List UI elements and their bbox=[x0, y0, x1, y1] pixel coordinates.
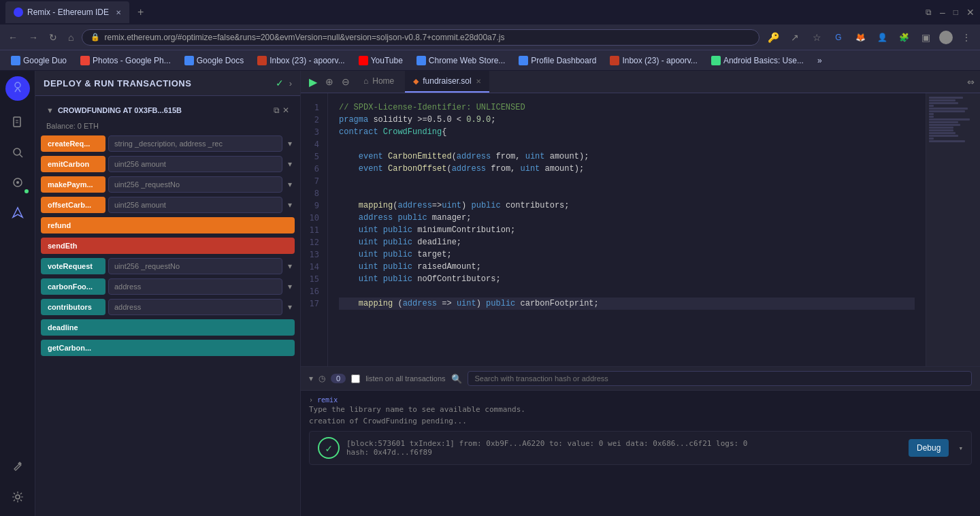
carbonFoo-button[interactable]: carbonFoo... bbox=[41, 278, 105, 295]
code-line-17: mapping (address => uint) public carbonF… bbox=[339, 297, 915, 310]
deploy-header: DEPLOY & RUN TRANSACTIONS ✓ › bbox=[35, 71, 300, 96]
deploy-check-icon: ✓ bbox=[276, 78, 284, 88]
bookmark-profile-dashboard[interactable]: Profile Dashboard bbox=[513, 54, 602, 67]
makePaym-expand-icon[interactable]: ▾ bbox=[285, 177, 295, 192]
console-content[interactable]: › remix Type the library name to see ava… bbox=[301, 391, 980, 516]
sidebar-item-compile[interactable] bbox=[4, 169, 31, 196]
bookmark-chrome-store[interactable]: Chrome Web Store... bbox=[411, 54, 511, 67]
home-button[interactable]: ⌂ bbox=[65, 29, 76, 46]
new-tab-button[interactable]: + bbox=[132, 6, 149, 18]
contract-collapse-icon[interactable]: ▼ bbox=[46, 106, 54, 114]
file-tab-close-icon[interactable]: ✕ bbox=[476, 78, 481, 85]
sidebar-item-tools[interactable] bbox=[4, 453, 31, 481]
carbonFoo-input[interactable] bbox=[108, 278, 282, 295]
sidebar-item-settings[interactable] bbox=[4, 483, 31, 511]
mm-line-9 bbox=[929, 118, 970, 120]
active-tab[interactable]: Remix - Ethereum IDE ✕ bbox=[5, 1, 129, 23]
voteRequest-input[interactable] bbox=[108, 258, 282, 274]
makePaym-input[interactable] bbox=[108, 176, 282, 193]
getCarbon-button[interactable]: getCarbon... bbox=[41, 340, 295, 356]
offsetCarb-button[interactable]: offsetCarb... bbox=[41, 197, 105, 213]
sidebar-item-search[interactable] bbox=[4, 139, 31, 166]
createReq-input[interactable] bbox=[108, 135, 282, 152]
deadline-button[interactable]: deadline bbox=[41, 319, 295, 336]
createReq-button[interactable]: createReq... bbox=[41, 135, 105, 152]
console-search-input[interactable] bbox=[468, 371, 972, 386]
mm-line-17 bbox=[929, 140, 965, 142]
sidebar-item-deploy[interactable] bbox=[4, 199, 31, 226]
refresh-button[interactable]: ↻ bbox=[46, 29, 60, 46]
tab-home[interactable]: ⌂ Home bbox=[355, 71, 402, 93]
bookmark-android[interactable]: Android Basics: Use... bbox=[706, 54, 809, 67]
voteRequest-button[interactable]: voteRequest bbox=[41, 258, 105, 274]
debug-button[interactable]: Debug bbox=[909, 439, 949, 457]
avatar-icon[interactable]: 👤 bbox=[874, 29, 890, 46]
fox-icon[interactable]: 🦊 bbox=[852, 29, 868, 46]
maximize-button[interactable]: □ bbox=[953, 7, 958, 17]
sidebar-item-plugins[interactable] bbox=[4, 326, 31, 353]
debug-expand-icon[interactable]: ▾ bbox=[958, 444, 963, 453]
console-count-badge: 0 bbox=[331, 374, 346, 383]
mm-line-14 bbox=[929, 132, 956, 134]
refund-button[interactable]: refund bbox=[41, 217, 295, 233]
code-editor[interactable]: // SPDX-License-Identifier: UNLICENSED p… bbox=[328, 93, 926, 366]
zoom-in-button[interactable]: ⊕ bbox=[323, 74, 336, 90]
google-icon[interactable]: G bbox=[830, 29, 847, 46]
bookmark-google-docs[interactable]: Google Docs bbox=[179, 54, 249, 67]
google-duo-icon bbox=[11, 56, 20, 65]
bookmark-inbox-1[interactable]: Inbox (23) - apoorv... bbox=[252, 54, 350, 67]
tab-close-icon[interactable]: ✕ bbox=[116, 9, 121, 16]
address-input-container[interactable]: 🔒 remix.ethereum.org/#optimize=false&run… bbox=[82, 29, 760, 46]
bookmark-icon[interactable]: ☆ bbox=[808, 29, 825, 46]
deploy-panel: DEPLOY & RUN TRANSACTIONS ✓ › ▼ CROWDFUN… bbox=[35, 71, 301, 516]
bookmark-more[interactable]: » bbox=[812, 54, 828, 67]
editor-expand-icon[interactable]: ⇔ bbox=[967, 77, 975, 87]
offsetCarb-input[interactable] bbox=[108, 197, 282, 213]
emitCarbon-input[interactable] bbox=[108, 156, 282, 172]
run-button[interactable]: ▶ bbox=[306, 73, 320, 91]
emitCarbon-button[interactable]: emitCarbon bbox=[41, 156, 105, 172]
offsetCarb-expand-icon[interactable]: ▾ bbox=[285, 197, 295, 212]
docs-icon bbox=[184, 56, 194, 65]
contract-close-icon[interactable]: ✕ bbox=[282, 106, 289, 115]
emitCarbon-expand-icon[interactable]: ▾ bbox=[285, 157, 295, 172]
bookmark-inbox-2[interactable]: Inbox (23) - apoorv... bbox=[604, 54, 703, 67]
back-button[interactable]: ← bbox=[5, 29, 20, 46]
share-icon[interactable]: ↗ bbox=[787, 29, 803, 46]
sidebar-item-files[interactable] bbox=[4, 109, 31, 136]
bookmark-youtube[interactable]: YouTube bbox=[353, 54, 408, 67]
listen-checkbox[interactable] bbox=[351, 374, 360, 383]
createReq-expand-icon[interactable]: ▾ bbox=[285, 136, 295, 151]
zoom-out-button[interactable]: ⊖ bbox=[339, 74, 353, 90]
puzzle-icon[interactable]: 🧩 bbox=[896, 29, 912, 46]
more-menu[interactable]: ⋮ bbox=[958, 29, 975, 46]
browser-toolbar: 🔑 ↗ ☆ G 🦊 👤 🧩 ▣ ● ⋮ bbox=[765, 29, 975, 46]
code-line-15: uint public noOfContributors; bbox=[339, 273, 915, 285]
contributors-button[interactable]: contributors bbox=[41, 299, 105, 315]
remix-logo[interactable] bbox=[5, 76, 30, 101]
key-icon[interactable]: 🔑 bbox=[765, 29, 781, 46]
sidebar-toggle[interactable]: ▣ bbox=[917, 29, 934, 46]
deploy-arrow-icon[interactable]: › bbox=[289, 78, 292, 88]
carbonFoo-expand-icon[interactable]: ▾ bbox=[285, 279, 295, 294]
minimize-button[interactable]: – bbox=[940, 7, 945, 18]
forward-button[interactable]: → bbox=[26, 29, 41, 46]
tab-fundraiser[interactable]: ◆ fundraiser.sol ✕ bbox=[405, 71, 489, 93]
console-expand-button[interactable]: ▾ bbox=[309, 374, 313, 383]
contract-copy-icon[interactable]: ⧉ bbox=[274, 106, 280, 115]
deploy-scroll-area[interactable]: ▼ CROWDFUNDING AT 0X3FB...615B ⧉ ✕ Balan… bbox=[35, 96, 300, 516]
profile-circle[interactable]: ● bbox=[939, 31, 953, 44]
makePaym-button[interactable]: makePaym... bbox=[41, 176, 105, 193]
bookmark-photos[interactable]: Photos - Google Ph... bbox=[75, 54, 176, 67]
bookmark-google-duo[interactable]: Google Duo bbox=[5, 54, 72, 67]
close-button[interactable]: ✕ bbox=[966, 7, 975, 18]
listen-label[interactable]: listen on all transactions bbox=[365, 374, 445, 383]
line-num-10: 10 bbox=[306, 212, 322, 224]
contributors-expand-icon[interactable]: ▾ bbox=[285, 300, 295, 315]
voteRequest-expand-icon[interactable]: ▾ bbox=[285, 259, 295, 274]
restore-down-icon[interactable]: ⧉ bbox=[926, 7, 932, 17]
sendEth-button[interactable]: sendEth bbox=[41, 238, 295, 254]
contributors-input[interactable] bbox=[108, 299, 282, 315]
main-layout: DEPLOY & RUN TRANSACTIONS ✓ › ▼ CROWDFUN… bbox=[0, 71, 980, 516]
console-search-icon[interactable]: 🔍 bbox=[451, 374, 462, 384]
